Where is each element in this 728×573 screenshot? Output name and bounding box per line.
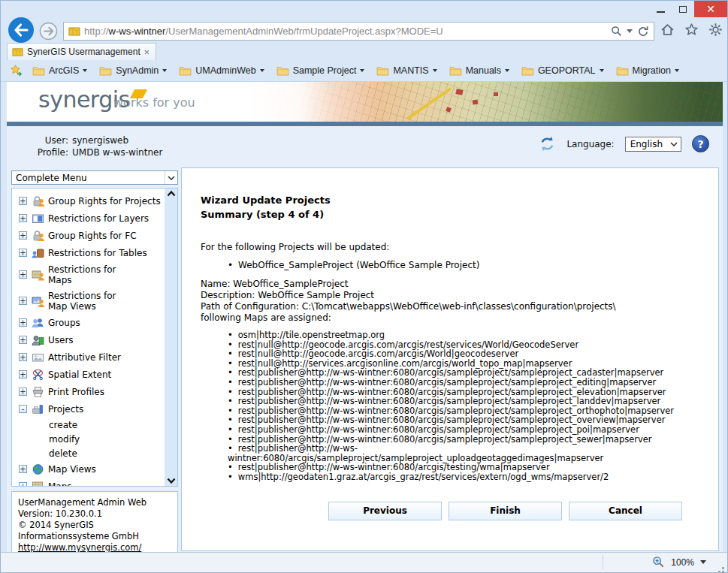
expander-icon[interactable]: + xyxy=(19,336,27,344)
tree-item-spatial-extent[interactable]: +Spatial Extent xyxy=(12,366,165,383)
projects-icon xyxy=(30,403,46,416)
favorite-label: GEOPORTAL xyxy=(538,65,596,76)
expander-icon[interactable]: + xyxy=(19,214,27,222)
chevron-down-icon xyxy=(670,142,678,146)
map-user-icon xyxy=(30,268,46,282)
navigation-tree: +Group Rights for Projects +Restrictions… xyxy=(11,188,178,487)
tree-item-projects-delete[interactable]: delete xyxy=(12,446,165,460)
tree-item-projects-create[interactable]: create xyxy=(12,418,165,432)
expander-icon[interactable]: + xyxy=(19,370,27,378)
tab-close-icon[interactable]: × xyxy=(142,47,151,58)
expander-icon[interactable]: + xyxy=(19,249,27,257)
tree-item-map-views[interactable]: +Map Views xyxy=(12,460,165,478)
synergis-link[interactable]: http://www.mysynergis.com/ xyxy=(18,542,141,552)
collapse-icon[interactable]: - xyxy=(19,405,27,413)
expander-icon[interactable]: + xyxy=(19,318,27,327)
folder-icon xyxy=(376,66,389,76)
tree-item-print-profiles[interactable]: +Print Profiles xyxy=(12,383,165,400)
tree-item-restrictions-layers[interactable]: +Restrictions for Layers xyxy=(12,210,165,227)
tree-item-attributive-filter[interactable]: +Attributive Filter xyxy=(12,348,165,366)
tree-item-projects[interactable]: -Projects xyxy=(12,400,165,418)
expander-icon[interactable]: + xyxy=(19,465,27,473)
status-bar: 100% xyxy=(1,552,727,572)
select-arrow[interactable] xyxy=(165,171,177,184)
tree-child-label: create xyxy=(49,420,77,430)
tree-item-users[interactable]: +Users xyxy=(12,331,165,348)
maximize-button[interactable] xyxy=(672,1,694,17)
favorite-item-geoportal[interactable]: GEOPORTAL xyxy=(518,63,610,78)
address-bar[interactable]: http://w-ws-wintner/UserManagementAdminW… xyxy=(63,22,654,41)
favorite-item-migration[interactable]: Migration xyxy=(613,63,685,78)
help-icon[interactable]: ? xyxy=(692,135,709,152)
close-button[interactable]: ✕ xyxy=(694,1,727,17)
menu-filter-select[interactable]: Complete Menu xyxy=(11,170,178,185)
title-bar[interactable]: ✕ xyxy=(1,1,727,20)
favorite-item-mantis[interactable]: MANTIS xyxy=(373,63,443,78)
tree-item-group-rights-fc[interactable]: +Group Rights for FC xyxy=(12,227,165,244)
chevron-down-icon xyxy=(260,69,264,72)
configuration-path-line: Path of Configuration: C:\Tomcat\webapps… xyxy=(201,301,699,312)
maximize-icon xyxy=(679,6,687,13)
tree-item-groups[interactable]: +Groups xyxy=(12,314,165,331)
settings-gear-icon[interactable] xyxy=(708,23,723,37)
home-icon[interactable] xyxy=(660,23,675,37)
favorite-label: MANTIS xyxy=(393,65,428,76)
tab-synergis-usermanagement[interactable]: SynerGIS Usermanagement ... × xyxy=(7,43,156,60)
maps-list: osm|http://tile.openstreetmap.org rest|n… xyxy=(228,330,699,482)
favorite-item-synadmin[interactable]: SynAdmin xyxy=(96,63,173,78)
favorite-item-sample-project[interactable]: Sample Project xyxy=(273,63,371,78)
tree-item-label: Restrictions for Layers xyxy=(48,213,149,224)
expander-icon[interactable]: + xyxy=(19,197,27,205)
expander-icon[interactable]: + xyxy=(19,297,27,305)
tree-item-projects-modify[interactable]: modify xyxy=(12,432,165,446)
company: Informationssysteme GmbH xyxy=(18,531,171,542)
profile-label: Profile: xyxy=(7,146,68,158)
refresh-icon[interactable] xyxy=(637,26,649,38)
search-icon[interactable] xyxy=(611,26,622,37)
groups-icon xyxy=(30,316,46,330)
reload-language-icon[interactable] xyxy=(539,135,556,152)
zoom-icon xyxy=(652,556,665,568)
forward-button[interactable] xyxy=(39,22,58,41)
tree-item-restrictions-map-views[interactable]: +Restrictions for Map Views xyxy=(12,288,165,314)
expander-icon[interactable]: + xyxy=(19,353,27,361)
add-favorite-icon[interactable] xyxy=(10,64,23,77)
folder-icon xyxy=(179,66,192,76)
scroll-up-icon[interactable] xyxy=(167,191,176,197)
maps-assigned-line: following Maps are assigned: xyxy=(201,312,699,324)
favorite-item-arcgis[interactable]: ArcGIS xyxy=(29,63,93,78)
favorites-star-icon[interactable] xyxy=(684,23,699,37)
folder-icon xyxy=(616,66,629,76)
tree-item-maps[interactable]: +Maps xyxy=(12,478,165,487)
tree-item-restrictions-maps[interactable]: +Restrictions for Maps xyxy=(12,261,165,288)
expander-icon[interactable]: + xyxy=(19,482,27,487)
previous-button[interactable]: Previous xyxy=(328,502,442,520)
finish-button[interactable]: Finish xyxy=(449,502,562,520)
tree-child-label: delete xyxy=(49,448,77,459)
expander-icon[interactable]: + xyxy=(19,270,27,279)
tree-item-restrictions-tables[interactable]: +Restrictions for Tables xyxy=(12,244,165,261)
users-icon xyxy=(30,333,46,347)
minimize-button[interactable] xyxy=(649,1,672,17)
zoom-dropdown-icon[interactable] xyxy=(700,560,706,564)
cancel-button[interactable]: Cancel xyxy=(569,502,682,520)
tree-scrollbar[interactable] xyxy=(165,188,177,486)
expander-icon[interactable]: + xyxy=(19,388,27,396)
chevron-down-icon xyxy=(600,69,604,72)
expander-icon[interactable]: + xyxy=(19,231,27,240)
map-view-user-icon xyxy=(30,294,46,308)
zoom-control[interactable]: 100% xyxy=(652,556,706,568)
favorite-item-umadminweb[interactable]: UMAdminWeb xyxy=(176,63,270,78)
tree-child-label: modify xyxy=(49,434,80,445)
tree-item-label: Groups xyxy=(48,318,80,328)
forward-icon xyxy=(39,22,58,41)
tree-item-label: Restrictions for Map Views xyxy=(48,291,116,312)
back-button[interactable] xyxy=(8,17,35,44)
search-dropdown-icon[interactable] xyxy=(627,29,633,33)
scroll-down-icon[interactable] xyxy=(167,478,176,484)
resize-grip-icon[interactable] xyxy=(722,567,724,569)
intro-text: For the following Projects will be updat… xyxy=(201,242,699,252)
language-select[interactable]: English xyxy=(625,137,681,152)
favorite-item-manuals[interactable]: Manuals xyxy=(446,63,515,78)
tree-item-group-rights-projects[interactable]: +Group Rights for Projects xyxy=(12,192,165,210)
